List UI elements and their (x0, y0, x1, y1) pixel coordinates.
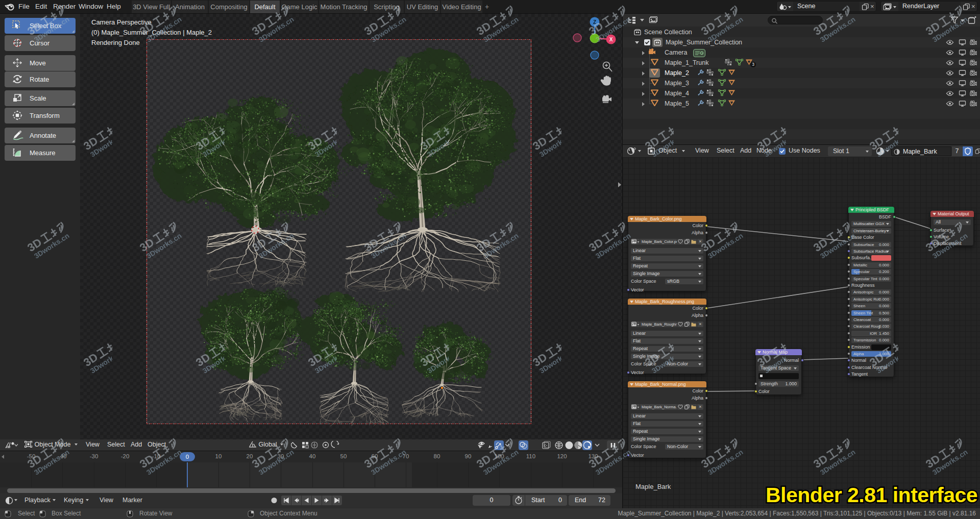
svg-text:X: X (609, 37, 613, 42)
svg-text:Z: Z (593, 19, 596, 25)
